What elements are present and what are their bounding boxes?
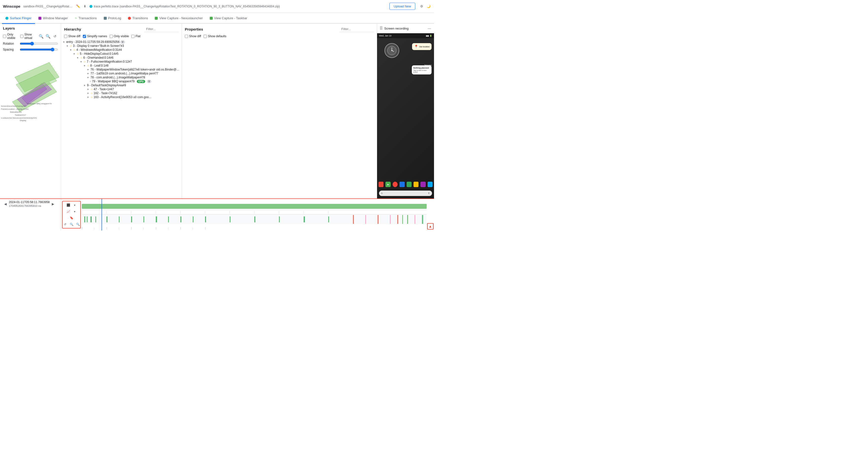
tree-node-8[interactable]: ▼ ☆ 8 - Leaf:0:1#8 <box>62 64 181 67</box>
tree-arrow-6: ▼ <box>76 56 80 59</box>
svg-rect-50 <box>402 215 403 224</box>
tree-arrow-77: ▼ <box>86 72 90 75</box>
svg-text:Taskbar#217: Taskbar#217 <box>15 114 26 116</box>
properties-title: Properties <box>185 27 203 31</box>
timeline-tools-actions: ↺ 🔍 🔍 <box>62 222 81 227</box>
layers-3d-canvas: ScreenDecorHwcOverlay#64 PointerLocation… <box>0 53 61 198</box>
show-defaults-input[interactable] <box>204 35 207 38</box>
tree-node-162[interactable]: ▼ ☆ 162 - Task=7#162 <box>62 91 181 95</box>
rotation-slider[interactable] <box>20 42 58 45</box>
show-diff-input[interactable] <box>64 35 67 38</box>
grid-icon: ⠿ <box>379 26 383 31</box>
upload-button[interactable]: Upload New <box>390 3 415 10</box>
layers-controls: Only visible Show virtual 🔍 🔍 ↺ <box>0 32 61 41</box>
tabs-bar: Surface Flinger Window Manager ~ Transac… <box>0 13 434 24</box>
only-visible-label: Only visible <box>7 33 18 40</box>
search-bar-bottom[interactable]: G 🎙 <box>379 190 432 196</box>
only-visible-h-checkbox[interactable]: Only visible <box>110 34 129 38</box>
tree-node-6[interactable]: ▼ ☆ 6 - OneHanded:0:14#6 <box>62 56 181 60</box>
svg-rect-40 <box>230 216 230 222</box>
download-icon[interactable]: ⬇ <box>83 4 88 9</box>
prev-arrow[interactable]: ◀ <box>3 202 8 206</box>
only-visible-checkbox[interactable]: Only visible <box>3 33 18 40</box>
flat-checkbox[interactable]: Flat <box>131 34 141 38</box>
layers-icon[interactable]: ⬛ <box>66 203 71 208</box>
tree-node-79[interactable]: 79 - Wallpaper BBQ wrapper#79 GPU V <box>62 80 181 83</box>
show-diff-p-input[interactable] <box>185 35 188 38</box>
tab-label-window-manager: Window Manager <box>43 16 68 20</box>
tree-node-78[interactable]: ▼ 78 - com.android.(...).ImageWallpaper#… <box>62 75 181 80</box>
chart-dropdown-icon[interactable]: ▼ <box>72 209 78 214</box>
play-store-icon: ▶ <box>385 182 391 187</box>
tab-protolog[interactable]: ProtoLog <box>100 13 125 24</box>
tab-icon-view-capture-nexus <box>155 17 158 20</box>
tree-text-78: 78 - com.android.(...).ImageWallpaper#78 <box>90 76 145 79</box>
statusbar-time: Wed, Jan 10 <box>379 34 391 37</box>
show-virtual-checkbox[interactable]: Show virtual <box>20 33 36 40</box>
timeline-tools-box: ⬛ ▼ 📈 ▼ 🔖 ↺ 🔍 🔍 <box>62 201 81 228</box>
tab-window-manager[interactable]: Window Manager <box>35 13 71 24</box>
tab-view-capture-nexus[interactable]: View Capture - Nexuslauncher <box>151 13 206 24</box>
tab-surface-flinger[interactable]: Surface Flinger <box>2 13 35 24</box>
badge-v-entry: V <box>120 40 125 43</box>
edit-icon[interactable]: ✏️ <box>76 4 81 9</box>
hierarchy-filter-input[interactable] <box>144 26 179 32</box>
tab-label-view-capture-taskbar: View Capture - Taskbar <box>214 16 247 20</box>
tree-node-77[interactable]: ▼ 77 - 1a05b19 com.android.(...).ImageWa… <box>62 71 181 75</box>
next-arrow[interactable]: ▶ <box>51 202 56 206</box>
show-virtual-input[interactable] <box>20 35 23 38</box>
tab-icon-view-capture-taskbar <box>210 17 213 20</box>
show-diff-p-checkbox[interactable]: Show diff <box>185 34 201 38</box>
svg-rect-53 <box>422 215 423 224</box>
tree-node-9[interactable]: ▼ 9 - DefaultTaskDisplayArea#9 <box>62 83 181 87</box>
show-defaults-checkbox[interactable]: Show defaults <box>204 34 226 38</box>
properties-header: Properties <box>182 24 377 33</box>
tree-node-47[interactable]: ▼ ☆ 47 - Task=1#47 <box>62 87 181 91</box>
svg-rect-62 <box>131 227 132 229</box>
simplify-names-checkbox[interactable]: Simplify names <box>83 34 107 38</box>
svg-rect-68 <box>205 227 206 229</box>
tree-node-76[interactable]: ▼ 76 - WallpaperWindowToken{afd27e8 toke… <box>62 67 181 71</box>
zoom-out-timeline-icon[interactable]: 🔍 <box>75 222 81 227</box>
tree-text-3: 3 - Display 0 name="Built-in Screen"#3 <box>73 44 124 48</box>
bookmark-icon[interactable]: 🔖 <box>69 215 74 221</box>
scroll-up-button[interactable]: ▲ <box>427 223 434 229</box>
show-diff-checkbox[interactable]: Show diff <box>64 34 80 38</box>
tree-node-7[interactable]: ▼ ☆ 7 - FullscreenMagnification:0:12#7 <box>62 60 181 64</box>
location-icon: 📍 <box>414 44 418 49</box>
app-icon-meet <box>421 182 425 187</box>
timeline-data-track[interactable] <box>82 214 427 224</box>
app-icon-google <box>378 182 383 187</box>
tree-node-163[interactable]: ▼ ☆ 163 - ActivityRecord{16e9053 u0 com.… <box>62 95 181 99</box>
reset-zoom-icon[interactable]: ↺ <box>62 222 68 227</box>
spacing-slider[interactable] <box>20 48 58 52</box>
timeline-bottom-ticks <box>82 225 427 229</box>
tab-view-capture-taskbar[interactable]: View Capture - Taskbar <box>206 13 251 24</box>
timeline-bar-green[interactable] <box>82 204 427 209</box>
settings-icon[interactable]: ⚙ <box>419 4 424 9</box>
app-title: Winscope <box>3 4 21 8</box>
flat-input[interactable] <box>131 35 134 38</box>
tab-transitions[interactable]: Transitions <box>124 13 151 24</box>
only-visible-h-input[interactable] <box>110 35 113 38</box>
tab-transactions[interactable]: ~ Transactions <box>71 13 100 24</box>
show-virtual-label: Show virtual <box>24 33 36 40</box>
tree-node-3[interactable]: ▼ ☆ 3 - Display 0 name="Built-in Screen"… <box>62 44 181 48</box>
tree-node-4[interactable]: ▼ ☆ 4 - WindowedMagnification:0:31#4 <box>62 48 181 52</box>
zoom-in-icon[interactable]: 🔍 <box>38 33 44 39</box>
simplify-names-input[interactable] <box>83 35 86 38</box>
timeline-nanoseconds: 1704952691766395810 ns <box>9 204 50 207</box>
tree-node-entry[interactable]: ▼ entry - 2024-01-11T05:59:29.690925056 … <box>62 40 181 44</box>
minimize-icon[interactable]: — <box>427 26 432 31</box>
refresh-icon[interactable]: ↺ <box>52 33 58 39</box>
dark-mode-icon[interactable]: 🌙 <box>426 4 431 9</box>
properties-filter-input[interactable] <box>339 26 374 32</box>
chart-icon[interactable]: 📈 <box>66 209 71 214</box>
only-visible-input[interactable] <box>3 35 6 38</box>
layers-dropdown-icon[interactable]: ▼ <box>72 203 78 208</box>
signal-icon: ▮▮▮ <box>426 35 429 37</box>
hierarchy-tree: ▼ entry - 2024-01-11T05:59:29.690925056 … <box>61 40 182 198</box>
zoom-out-icon[interactable]: 🔍 <box>45 33 51 39</box>
tree-node-5[interactable]: ▼ ☆ 5 - HideDisplayCutout:0:14#5 <box>62 52 181 56</box>
zoom-in-timeline-icon[interactable]: 🔍 <box>69 222 74 227</box>
